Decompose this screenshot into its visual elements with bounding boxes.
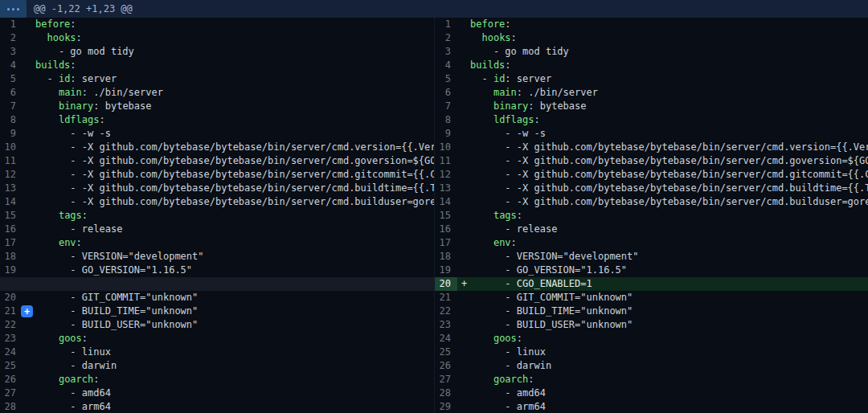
diff-code-row: 3 - go mod tidy — [435, 45, 868, 59]
line-number[interactable]: 12 — [435, 168, 457, 182]
line-number[interactable]: 1 — [0, 18, 23, 31]
line-number[interactable]: 14 — [435, 195, 457, 209]
line-number[interactable]: 15 — [435, 209, 457, 223]
line-number[interactable]: 12 — [0, 168, 23, 182]
diff-code-row: 28 - arm64 — [0, 400, 434, 413]
line-number[interactable]: 28 — [435, 386, 457, 400]
diff-panes: 1before:2 hooks:3 - go mod tidy4builds:5… — [0, 18, 868, 413]
line-number[interactable]: 24 — [435, 332, 457, 346]
line-marker — [23, 250, 35, 264]
line-number[interactable]: 13 — [435, 182, 457, 195]
line-number[interactable]: 7 — [0, 100, 23, 113]
line-number[interactable]: 2 — [435, 31, 457, 45]
line-number[interactable]: 9 — [435, 127, 457, 141]
line-number[interactable]: 6 — [0, 86, 23, 100]
line-number[interactable]: 10 — [0, 141, 23, 154]
line-number[interactable]: 29 — [435, 400, 457, 413]
code-line-text: - BUILD_USER="unknown" — [35, 318, 434, 332]
line-marker — [23, 277, 35, 291]
line-marker — [23, 318, 35, 332]
line-number[interactable]: 14 — [0, 195, 23, 209]
line-marker — [457, 154, 470, 168]
diff-code-row: 20 - GIT_COMMIT="unknown" — [0, 291, 434, 305]
line-number[interactable]: 27 — [435, 373, 457, 386]
line-number[interactable]: 9 — [0, 127, 23, 141]
diff-code-row: 10 - -X github.com/bytebase/bytebase/bin… — [0, 141, 434, 154]
diff-code-row: 22 - BUILD_TIME="unknown" — [435, 305, 868, 318]
line-number[interactable]: 13 — [0, 182, 23, 195]
line-number[interactable]: 25 — [435, 346, 457, 359]
line-number[interactable]: 25 — [0, 359, 23, 373]
line-number[interactable]: 19 — [435, 264, 457, 277]
diff-code-row: 26 - darwin — [435, 359, 868, 373]
expand-hunk-button[interactable] — [0, 0, 27, 18]
line-marker — [23, 127, 35, 141]
diff-code-row: 23 - BUILD_USER="unknown" — [435, 318, 868, 332]
line-number[interactable]: 16 — [0, 223, 23, 236]
line-number[interactable]: 21 — [435, 291, 457, 305]
line-number[interactable]: 2 — [0, 31, 23, 45]
line-number[interactable]: 27 — [0, 386, 23, 400]
code-line-text: - linux — [35, 346, 434, 359]
line-number[interactable]: 24 — [0, 346, 23, 359]
line-number[interactable]: 23 — [435, 318, 457, 332]
line-number[interactable]: 26 — [0, 373, 23, 386]
line-number[interactable]: 22 — [435, 305, 457, 318]
code-line-text: goos: — [470, 332, 868, 346]
code-line-text: - go mod tidy — [470, 45, 868, 59]
diff-code-row: 17 env: — [435, 236, 868, 250]
line-number[interactable]: 17 — [0, 236, 23, 250]
line-number[interactable]: 19 — [0, 264, 23, 277]
diff-code-row: 9 - -w -s — [0, 127, 434, 141]
code-line-text: - release — [470, 223, 868, 236]
line-number[interactable]: 5 — [435, 72, 457, 86]
line-number[interactable]: 28 — [0, 400, 23, 413]
line-number[interactable]: 11 — [435, 154, 457, 168]
diff-code-row: 8 ldflags: — [0, 113, 434, 127]
line-number[interactable]: 5 — [0, 72, 23, 86]
line-marker — [457, 264, 470, 277]
line-number[interactable]: 20 — [435, 277, 457, 291]
line-number[interactable]: 7 — [435, 100, 457, 113]
line-number[interactable]: 20 — [0, 291, 23, 305]
line-number[interactable]: 4 — [0, 59, 23, 72]
line-number[interactable]: 6 — [435, 86, 457, 100]
diff-hunk-header: @@ -1,22 +1,23 @@ — [0, 0, 868, 18]
line-number[interactable]: 21 — [0, 305, 23, 318]
line-number[interactable]: 1 — [435, 18, 457, 31]
line-number[interactable]: 23 — [0, 332, 23, 346]
line-number[interactable]: 3 — [435, 45, 457, 59]
line-number[interactable]: 11 — [0, 154, 23, 168]
line-number[interactable]: 8 — [0, 113, 23, 127]
diff-code-row: 21 - GIT_COMMIT="unknown" — [435, 291, 868, 305]
line-marker — [457, 72, 470, 86]
line-marker — [457, 100, 470, 113]
code-line-text: - -X github.com/bytebase/bytebase/bin/se… — [35, 154, 434, 168]
line-marker — [457, 346, 470, 359]
line-number[interactable]: 3 — [0, 45, 23, 59]
line-number[interactable]: 18 — [435, 250, 457, 264]
line-marker — [457, 182, 470, 195]
code-line-text: - -X github.com/bytebase/bytebase/bin/se… — [470, 195, 868, 209]
line-number[interactable]: 8 — [435, 113, 457, 127]
line-number[interactable]: 17 — [435, 236, 457, 250]
line-number[interactable]: 10 — [435, 141, 457, 154]
line-marker — [457, 31, 470, 45]
line-number[interactable]: 15 — [0, 209, 23, 223]
line-number[interactable]: 4 — [435, 59, 457, 72]
add-comment-button[interactable]: + — [21, 305, 33, 317]
hunk-range-label: @@ -1,22 +1,23 @@ — [27, 0, 133, 18]
line-number[interactable]: 26 — [435, 359, 457, 373]
code-line-text — [35, 277, 434, 291]
line-number[interactable]: 18 — [0, 250, 23, 264]
code-line-text: binary: bytebase — [35, 100, 434, 113]
code-line-text: - -X github.com/bytebase/bytebase/bin/se… — [35, 182, 434, 195]
code-line-text: - BUILD_TIME="unknown" — [470, 305, 868, 318]
code-line-text: - arm64 — [470, 400, 868, 413]
code-line-text: - darwin — [35, 359, 434, 373]
line-number[interactable]: 22 — [0, 318, 23, 332]
line-marker — [457, 250, 470, 264]
line-marker — [23, 72, 35, 86]
line-number[interactable]: 16 — [435, 223, 457, 236]
diff-code-row: 19 - GO_VERSION="1.16.5" — [435, 264, 868, 277]
